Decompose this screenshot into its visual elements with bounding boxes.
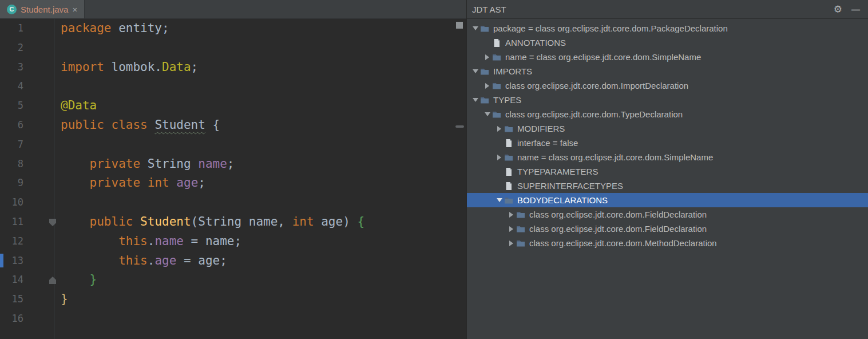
code-token: [61, 176, 90, 190]
tree-node-label: name = class org.eclipse.jdt.core.dom.Si…: [505, 52, 701, 62]
tree-node[interactable]: IMPORTS: [467, 64, 868, 78]
tree-node-label: class org.eclipse.jdt.core.dom.FieldDecl…: [529, 210, 707, 219]
tree-collapsed-arrow-icon[interactable]: [506, 241, 516, 246]
code-token: (String name,: [191, 215, 292, 228]
tree-node-label: class org.eclipse.jdt.core.dom.MethodDec…: [529, 238, 717, 248]
code-token: age): [314, 215, 358, 228]
code-token: public class: [61, 118, 148, 132]
tree-node[interactable]: TYPEPARAMETERS: [467, 164, 868, 179]
code-line[interactable]: this.age = age;: [61, 251, 466, 271]
tree-node-label: SUPERINTERFACETYPES: [517, 181, 623, 191]
code-editor[interactable]: 12345678910111213141516 package entity;i…: [0, 19, 466, 339]
tree-collapsed-arrow-icon[interactable]: [506, 212, 516, 218]
ast-panel-header: JDT AST ⚙ —: [467, 0, 868, 19]
code-line[interactable]: [61, 77, 466, 96]
tree-node[interactable]: TYPES: [467, 93, 868, 107]
editor-gutter: 12345678910111213141516: [0, 19, 55, 339]
code-line[interactable]: private String name;: [61, 155, 466, 174]
tree-node[interactable]: MODIFIERS: [467, 121, 868, 136]
line-number: 2: [0, 38, 54, 58]
folder-icon: [492, 53, 501, 62]
editor-pane: C Student.java × 12345678910111213141516…: [0, 0, 466, 339]
tree-node[interactable]: BODYDECLARATIONS: [467, 193, 868, 207]
code-line[interactable]: private int age;: [61, 174, 466, 193]
tree-node-label: IMPORTS: [493, 66, 532, 76]
code-token: [61, 234, 118, 248]
code-line[interactable]: [61, 135, 466, 155]
inspection-status-indicator[interactable]: [456, 22, 463, 29]
tree-expanded-arrow-icon[interactable]: [482, 112, 492, 116]
java-class-icon: C: [7, 5, 17, 14]
gear-icon[interactable]: ⚙: [834, 3, 842, 15]
tree-collapsed-arrow-icon[interactable]: [482, 54, 492, 60]
tree-node[interactable]: package = class org.eclipse.jdt.core.dom…: [467, 21, 868, 36]
code-token: lombok.: [104, 60, 162, 74]
code-token: this: [118, 254, 148, 267]
code-line[interactable]: public Student(String name, int age) {: [61, 212, 466, 232]
line-number: 1: [0, 19, 54, 38]
tree-expanded-arrow-icon[interactable]: [470, 69, 480, 73]
tree-node[interactable]: class org.eclipse.jdt.core.dom.ImportDec…: [467, 78, 868, 93]
code-token: [61, 157, 90, 171]
close-icon[interactable]: ×: [72, 5, 77, 14]
tree-collapsed-arrow-icon[interactable]: [506, 226, 516, 232]
code-line[interactable]: import lombok.Data;: [61, 58, 466, 77]
code-token: = age;: [176, 254, 227, 267]
tree-node-label: class org.eclipse.jdt.core.dom.FieldDecl…: [529, 224, 707, 234]
tree-node[interactable]: interface = false: [467, 136, 868, 150]
code-token: ;: [191, 60, 199, 74]
tree-collapsed-arrow-icon[interactable]: [494, 126, 504, 132]
folder-icon: [492, 81, 501, 90]
file-icon: [504, 139, 513, 148]
code-line[interactable]: public class Student {: [61, 116, 466, 135]
code-line[interactable]: @Data: [61, 96, 466, 116]
line-number: 4: [0, 77, 54, 96]
code-line[interactable]: }: [61, 270, 466, 290]
tree-collapsed-arrow-icon[interactable]: [494, 155, 504, 160]
code-line[interactable]: [61, 193, 466, 212]
tree-node-label: ANNOTATIONS: [505, 38, 566, 48]
code-token: private: [90, 176, 141, 190]
code-token: import: [61, 60, 104, 74]
code-token: age: [176, 176, 198, 190]
line-number: 7: [0, 135, 54, 155]
code-line[interactable]: [61, 38, 466, 58]
code-token: [61, 254, 118, 267]
line-number: 9: [0, 174, 54, 193]
code-line[interactable]: [61, 309, 466, 329]
tree-node[interactable]: class org.eclipse.jdt.core.dom.FieldDecl…: [467, 222, 868, 236]
line-number: 10: [0, 193, 54, 212]
tree-expanded-arrow-icon[interactable]: [470, 26, 480, 30]
folder-icon: [504, 124, 513, 133]
folder-icon: [492, 110, 501, 119]
file-icon: [492, 38, 501, 48]
scrollbar-warning-mark: [455, 125, 464, 128]
tree-node-label: interface = false: [517, 138, 578, 148]
folder-icon: [516, 210, 525, 219]
tree-collapsed-arrow-icon[interactable]: [482, 83, 492, 89]
tree-expanded-arrow-icon[interactable]: [470, 98, 480, 102]
code-lines[interactable]: package entity;import lombok.Data;@Datap…: [55, 19, 466, 339]
line-number: 13: [0, 251, 54, 271]
code-token: entity;: [112, 21, 169, 35]
tree-node[interactable]: class org.eclipse.jdt.core.dom.MethodDec…: [467, 236, 868, 250]
tree-node[interactable]: name = class org.eclipse.jdt.core.dom.Si…: [467, 50, 868, 64]
tree-expanded-arrow-icon[interactable]: [494, 198, 504, 202]
code-token: }: [61, 292, 68, 306]
tree-node[interactable]: ANNOTATIONS: [467, 36, 868, 50]
tree-node[interactable]: name = class org.eclipse.jdt.core.dom.Si…: [467, 150, 868, 164]
code-line[interactable]: }: [61, 290, 466, 309]
ast-panel-title: JDT AST: [472, 5, 506, 14]
tree-node[interactable]: class org.eclipse.jdt.core.dom.FieldDecl…: [467, 207, 868, 222]
tree-node[interactable]: SUPERINTERFACETYPES: [467, 179, 868, 193]
file-icon: [504, 167, 513, 176]
tab-student-java[interactable]: C Student.java ×: [0, 0, 85, 18]
jdt-ast-panel: JDT AST ⚙ — package = class org.eclipse.…: [467, 0, 868, 339]
minimize-icon[interactable]: —: [851, 5, 860, 14]
line-number: 14: [0, 270, 54, 290]
tree-node-label: BODYDECLARATIONS: [517, 195, 608, 205]
code-line[interactable]: this.name = name;: [61, 232, 466, 251]
tree-node[interactable]: class org.eclipse.jdt.core.dom.TypeDecla…: [467, 107, 868, 121]
code-line[interactable]: package entity;: [61, 19, 466, 38]
folder-icon: [480, 24, 489, 33]
